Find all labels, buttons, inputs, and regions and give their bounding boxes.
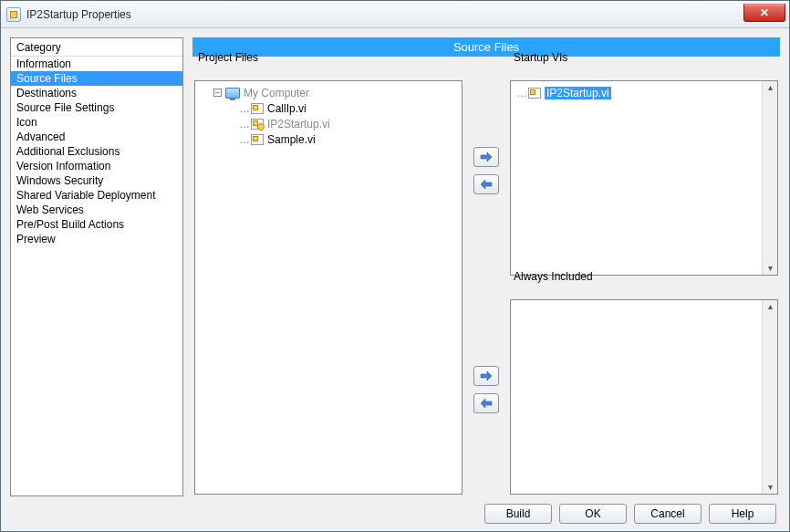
help-button[interactable]: Help (709, 504, 776, 524)
tree-connector: … (239, 102, 249, 115)
always-included-label: Always Included (514, 270, 593, 283)
tree-file-row[interactable]: …Sample.vi (197, 131, 460, 147)
window-title: IP2Startup Properties (26, 8, 131, 21)
category-item[interactable]: Version Information (11, 159, 182, 173)
remove-from-always-button[interactable] (473, 393, 499, 413)
startup-arrows (468, 66, 504, 276)
category-item[interactable]: Windows Security (11, 173, 182, 188)
always-scrollbar[interactable]: ▴ ▾ (762, 300, 777, 494)
titlebar[interactable]: IP2Startup Properties ✕ (1, 1, 789, 28)
category-panel: Category InformationSource FilesDestinat… (10, 37, 183, 496)
category-header: Category (11, 38, 182, 57)
project-files-tree[interactable]: −My Computer…CallIp.vi…IP2Startup.vi…Sam… (195, 81, 462, 494)
category-item[interactable]: Source File Settings (11, 100, 182, 115)
collapse-icon[interactable]: − (213, 89, 222, 97)
app-icon (6, 7, 21, 22)
category-item[interactable]: Information (11, 57, 182, 71)
startup-vis-tree[interactable]: …IP2Startup.vi (511, 81, 762, 275)
vi-icon (251, 119, 264, 130)
tree-connector: … (516, 87, 526, 99)
help-label: Help (732, 507, 754, 520)
startup-vis-wrap: Startup VIs …IP2Startup.vi ▴ ▾ (510, 66, 778, 276)
tree-file-label: IP2Startup.vi (267, 118, 330, 130)
tree-file-row[interactable]: …IP2Startup.vi (197, 116, 460, 131)
pane-body: Project Files −My Computer…CallIp.vi…IP2… (192, 64, 780, 496)
project-files-wrap: Project Files −My Computer…CallIp.vi…IP2… (194, 66, 463, 495)
category-item[interactable]: Preview (11, 232, 182, 246)
tree-connector: … (239, 118, 249, 130)
scroll-down-icon: ▾ (768, 483, 773, 492)
always-included-wrap: Always Included ▴ ▾ (510, 285, 778, 495)
category-item[interactable]: Additional Exclusions (11, 144, 182, 159)
category-item[interactable]: Icon (11, 115, 182, 130)
properties-window: IP2Startup Properties ✕ Category Informa… (0, 0, 790, 532)
always-included-tree[interactable] (511, 300, 762, 494)
arrow-right-icon (480, 371, 493, 381)
tree-root-label: My Computer (244, 87, 309, 99)
category-item[interactable]: Web Services (11, 203, 182, 217)
tree-file-label: CallIp.vi (267, 102, 307, 115)
scroll-up-icon: ▴ (768, 83, 773, 92)
client-area: Category InformationSource FilesDestinat… (1, 28, 789, 531)
cancel-label: Cancel (650, 507, 684, 520)
startup-item-label: IP2Startup.vi (545, 87, 611, 99)
cancel-button[interactable]: Cancel (634, 504, 702, 524)
arrow-right-icon (480, 152, 493, 162)
always-arrows (468, 285, 504, 495)
tree-connector: … (239, 133, 249, 146)
startup-item-row[interactable]: …IP2Startup.vi (513, 85, 760, 100)
scroll-up-icon: ▴ (768, 302, 773, 311)
category-item[interactable]: Destinations (11, 86, 182, 100)
tree-root-row[interactable]: −My Computer (197, 85, 460, 100)
computer-icon (225, 88, 240, 99)
startup-vis-label: Startup VIs (514, 51, 567, 64)
tree-file-label: Sample.vi (267, 133, 316, 146)
add-to-startup-button[interactable] (473, 147, 499, 167)
category-item[interactable]: Source Files (11, 71, 182, 86)
category-item[interactable]: Advanced (11, 130, 182, 144)
category-list[interactable]: InformationSource FilesDestinationsSourc… (11, 57, 182, 495)
scroll-down-icon: ▾ (768, 264, 773, 273)
arrow-left-icon (480, 399, 493, 408)
main-row: Category InformationSource FilesDestinat… (10, 37, 780, 496)
remove-from-startup-button[interactable] (473, 174, 499, 194)
build-button[interactable]: Build (484, 504, 552, 524)
ok-button[interactable]: OK (559, 504, 627, 524)
close-button[interactable]: ✕ (743, 4, 785, 22)
vi-icon (251, 103, 264, 114)
project-files-panel: −My Computer…CallIp.vi…IP2Startup.vi…Sam… (194, 80, 463, 495)
project-files-label: Project Files (198, 51, 258, 64)
category-item[interactable]: Shared Variable Deployment (11, 188, 182, 203)
ok-label: OK (585, 507, 600, 520)
startup-vis-panel: …IP2Startup.vi ▴ ▾ (510, 80, 778, 276)
arrow-left-icon (480, 180, 493, 189)
close-icon: ✕ (760, 6, 769, 19)
pane-title: Source Files (192, 37, 780, 57)
tree-file-row[interactable]: …CallIp.vi (197, 100, 460, 116)
always-included-panel: ▴ ▾ (510, 299, 778, 495)
vi-icon (251, 134, 264, 145)
add-to-always-button[interactable] (473, 366, 499, 386)
category-item[interactable]: Pre/Post Build Actions (11, 217, 182, 232)
button-row: Build OK Cancel Help (10, 502, 780, 524)
right-pane: Source Files Project Files −My Computer…… (192, 37, 780, 496)
vi-icon (528, 88, 541, 99)
build-label: Build (506, 507, 531, 520)
startup-scrollbar[interactable]: ▴ ▾ (762, 81, 777, 275)
